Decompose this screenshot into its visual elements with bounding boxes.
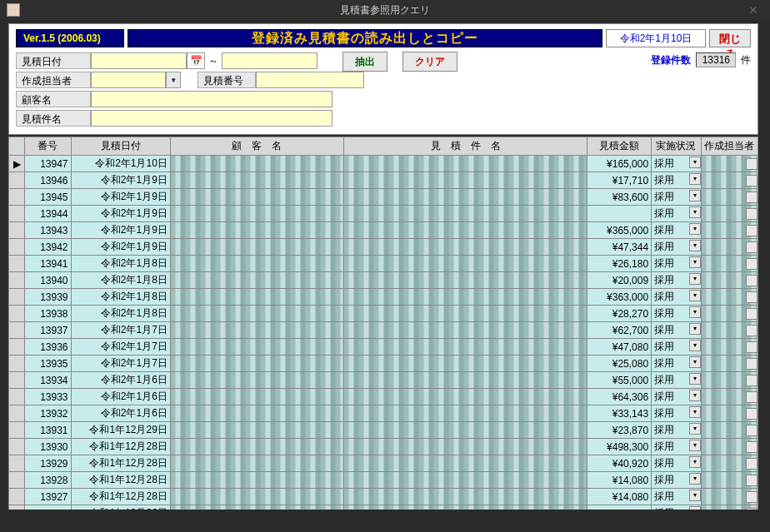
calendar-icon[interactable]: 📅 xyxy=(187,52,205,69)
cell-status[interactable]: 採用▾ xyxy=(652,489,702,505)
cell-status[interactable]: 採用▾ xyxy=(652,156,702,172)
status-dropdown-icon[interactable]: ▾ xyxy=(689,490,701,501)
cell-status[interactable]: 採用▾ xyxy=(652,372,702,389)
cell-customer[interactable] xyxy=(170,189,343,206)
table-row[interactable]: 13936令和2年1月7日¥47,080採用▾▾ xyxy=(9,339,758,355)
cell-amount[interactable]: ¥40,920 xyxy=(588,455,652,472)
cell-date[interactable]: 令和2年1月9日 xyxy=(71,206,170,222)
cell-person[interactable]: ▾ xyxy=(701,372,758,389)
cell-person[interactable]: ▾ xyxy=(701,272,758,289)
cell-date[interactable]: 令和2年1月8日 xyxy=(71,256,170,272)
row-selector[interactable] xyxy=(9,256,25,272)
cell-customer[interactable] xyxy=(170,505,343,510)
person-dropdown-icon[interactable]: ▾ xyxy=(746,258,758,270)
subject-input[interactable] xyxy=(91,110,332,127)
cell-date[interactable]: 令和1年12月26日 xyxy=(71,505,170,510)
row-selector[interactable] xyxy=(9,389,25,405)
cell-person[interactable]: ▾ xyxy=(701,472,758,489)
person-dropdown-icon[interactable]: ▾ xyxy=(746,491,758,503)
cell-status[interactable]: 採用▾ xyxy=(652,455,702,472)
results-grid[interactable]: 番号 見積日付 顧 客 名 見 積 件 名 見積金額 実施状況 作成担当者 ▶1… xyxy=(8,137,758,510)
row-selector[interactable] xyxy=(9,355,25,372)
cell-person[interactable]: ▾ xyxy=(701,189,758,206)
table-row[interactable]: 13935令和2年1月7日¥25,080採用▾▾ xyxy=(9,355,758,372)
person-dropdown-icon[interactable]: ▾ xyxy=(746,208,758,220)
cell-amount[interactable]: ¥28,270 xyxy=(588,306,652,322)
extract-button[interactable]: 抽出 xyxy=(342,52,388,72)
cell-no[interactable]: 13945 xyxy=(25,189,71,206)
person-dropdown-icon[interactable]: ▾ xyxy=(746,408,758,420)
cell-subject[interactable] xyxy=(343,206,588,222)
cell-status[interactable]: 採用▾ xyxy=(652,339,702,355)
cell-person[interactable]: ▾ xyxy=(701,222,758,239)
person-dropdown-icon[interactable]: ▾ xyxy=(746,225,758,236)
status-dropdown-icon[interactable]: ▾ xyxy=(689,256,701,268)
cell-amount[interactable]: ¥62,700 xyxy=(588,322,652,339)
person-dropdown-icon[interactable]: ▾ xyxy=(746,275,758,286)
cell-person[interactable]: ▾ xyxy=(701,156,758,172)
cell-customer[interactable] xyxy=(170,455,343,472)
cell-customer[interactable] xyxy=(170,355,343,372)
status-dropdown-icon[interactable]: ▾ xyxy=(689,206,701,218)
cell-no[interactable]: 13942 xyxy=(25,239,71,256)
cell-subject[interactable] xyxy=(343,322,588,339)
table-row[interactable]: 13937令和2年1月7日¥62,700採用▾▾ xyxy=(9,322,758,339)
cell-amount[interactable]: ¥47,344 xyxy=(588,239,652,256)
cell-person[interactable]: ▾ xyxy=(701,306,758,322)
person-dropdown-icon[interactable]: ▾ xyxy=(746,341,758,353)
cell-customer[interactable] xyxy=(170,472,343,489)
person-dropdown-icon[interactable]: ▾ xyxy=(166,72,181,88)
cell-date[interactable]: 令和2年1月8日 xyxy=(71,306,170,322)
cell-date[interactable]: 令和2年1月7日 xyxy=(71,339,170,355)
status-dropdown-icon[interactable]: ▾ xyxy=(689,456,701,468)
cell-subject[interactable] xyxy=(343,489,588,505)
cell-date[interactable]: 令和2年1月7日 xyxy=(71,355,170,372)
person-input[interactable] xyxy=(91,72,166,88)
cell-person[interactable]: ▾ xyxy=(701,355,758,372)
cell-no[interactable]: 13929 xyxy=(25,455,71,472)
cell-date[interactable]: 令和2年1月6日 xyxy=(71,372,170,389)
cell-amount[interactable]: ¥14,080 xyxy=(588,472,652,489)
cell-subject[interactable] xyxy=(343,455,588,472)
cell-person[interactable]: ▾ xyxy=(701,339,758,355)
status-dropdown-icon[interactable]: ▾ xyxy=(689,506,701,510)
cell-subject[interactable] xyxy=(343,372,588,389)
cell-customer[interactable] xyxy=(170,372,343,389)
table-row[interactable]: 13934令和2年1月6日¥55,000採用▾▾ xyxy=(9,372,758,389)
row-selector[interactable] xyxy=(9,489,25,505)
cell-amount[interactable]: ¥33,143 xyxy=(588,405,652,422)
cell-status[interactable]: 採用▾ xyxy=(652,222,702,239)
person-dropdown-icon[interactable]: ▾ xyxy=(746,425,758,436)
cell-date[interactable]: 令和2年1月9日 xyxy=(71,172,170,189)
row-selector[interactable] xyxy=(9,372,25,389)
cell-amount[interactable]: ¥25,080 xyxy=(588,355,652,372)
cell-status[interactable]: 採用▾ xyxy=(652,322,702,339)
person-dropdown-icon[interactable]: ▾ xyxy=(746,308,758,320)
window-close-icon[interactable]: ✕ xyxy=(743,3,763,17)
status-dropdown-icon[interactable]: ▾ xyxy=(689,340,701,351)
cell-no[interactable]: 13928 xyxy=(25,472,71,489)
table-row[interactable]: 13946令和2年1月9日¥17,710採用▾▾ xyxy=(9,172,758,189)
status-dropdown-icon[interactable]: ▾ xyxy=(689,290,701,301)
person-dropdown-icon[interactable]: ▾ xyxy=(746,458,758,470)
col-status[interactable]: 実施状況 xyxy=(652,137,702,156)
table-row[interactable]: 13939令和2年1月8日¥363,000採用▾▾ xyxy=(9,289,758,306)
cell-date[interactable]: 令和2年1月6日 xyxy=(71,405,170,422)
cell-amount[interactable]: ¥363,000 xyxy=(588,289,652,306)
row-selector[interactable] xyxy=(9,306,25,322)
cell-customer[interactable] xyxy=(170,239,343,256)
cell-subject[interactable] xyxy=(343,239,588,256)
cell-no[interactable]: 13937 xyxy=(25,322,71,339)
cell-person[interactable]: ▾ xyxy=(701,322,758,339)
cell-amount[interactable]: ¥17,710 xyxy=(588,172,652,189)
cell-subject[interactable] xyxy=(343,289,588,306)
cell-subject[interactable] xyxy=(343,156,588,172)
cell-no[interactable]: 13927 xyxy=(25,489,71,505)
cell-no[interactable]: 13934 xyxy=(25,372,71,389)
cell-customer[interactable] xyxy=(170,389,343,405)
cell-no[interactable]: 13933 xyxy=(25,389,71,405)
number-input[interactable] xyxy=(256,72,364,88)
cell-status[interactable]: 採用▾ xyxy=(652,272,702,289)
cell-no[interactable]: 13931 xyxy=(25,422,71,439)
table-row[interactable]: ▶13947令和2年1月10日¥165,000採用▾▾ xyxy=(9,156,758,172)
